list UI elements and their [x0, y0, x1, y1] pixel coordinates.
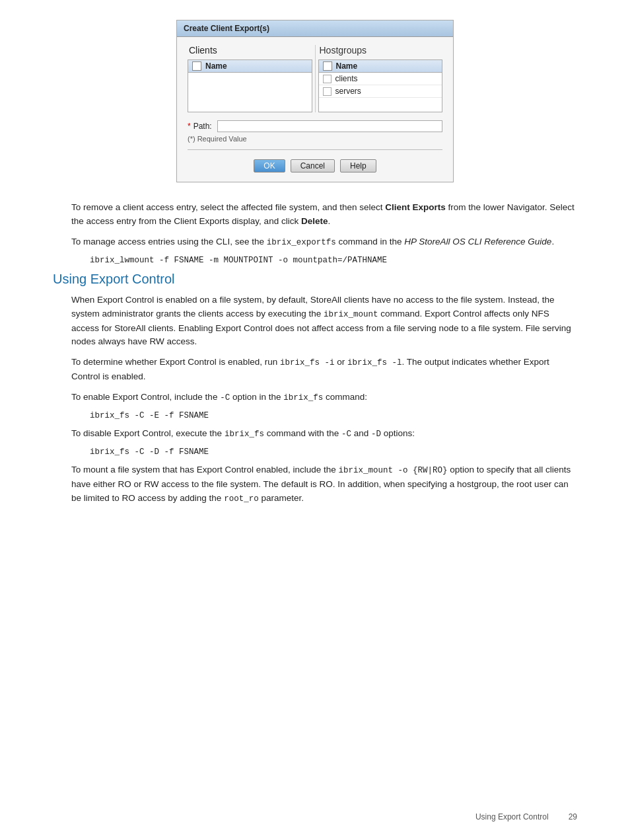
column-divider — [315, 45, 316, 112]
para4-code2: ibrix_fs -l — [347, 358, 402, 367]
para7: To mount a file system that has Export C… — [71, 463, 577, 506]
hostgroups-header-checkbox[interactable] — [323, 61, 332, 71]
para1: To remove a client access entry, select … — [71, 201, 577, 229]
para6-code3: -D — [371, 430, 381, 439]
hostgroups-list[interactable]: Name clients servers — [318, 59, 443, 112]
para3: When Export Control is enabled on a file… — [71, 293, 577, 349]
para7-end: parameter. — [259, 493, 304, 503]
para4-start: To determine whether Export Control is e… — [71, 357, 280, 367]
para6-start: To disable Export Control, execute the — [71, 428, 225, 438]
para5-cont: option in the — [230, 392, 283, 402]
para5-end: command: — [323, 392, 367, 402]
para7-code: ibrix_mount -o {RW|RO} — [338, 466, 447, 475]
para1-bold2: Delete — [301, 216, 328, 226]
required-note: (*) Required Value — [188, 135, 442, 143]
dialog-columns: Clients Name Hostgroups — [188, 45, 442, 112]
clients-list[interactable]: Name — [188, 59, 312, 112]
page-footer: Using Export Control 29 — [475, 812, 577, 821]
para5-code2: ibrix_fs — [283, 393, 323, 402]
clients-header-checkbox[interactable] — [192, 61, 201, 71]
para2-italic: HP StoreAll OS CLI Reference Guide — [404, 237, 551, 247]
servers-item-label: servers — [335, 87, 361, 96]
hostgroups-label: Hostgroups — [318, 45, 443, 56]
section-heading: Using Export Control — [53, 272, 577, 287]
code-block-3: ibrix_fs -C -D -f FSNAME — [90, 447, 577, 457]
hostgroups-col-header: Name — [336, 61, 358, 71]
cancel-button[interactable]: Cancel — [291, 159, 335, 172]
footer-right: 29 — [569, 812, 577, 821]
help-button[interactable]: Help — [340, 159, 376, 172]
para1-bold: Client Exports — [385, 202, 446, 212]
clients-column: Clients Name — [188, 45, 312, 112]
path-input[interactable] — [217, 120, 442, 132]
para6-and: and — [351, 428, 371, 438]
para6-code: ibrix_fs — [225, 430, 264, 439]
para7-code2: root_ro — [224, 494, 259, 504]
para2-cont: command in the — [336, 237, 405, 247]
para2-end: . — [551, 237, 554, 247]
para6-code2: -C — [341, 430, 351, 439]
dialog-body: Clients Name Hostgroups — [177, 37, 453, 182]
para2: To manage access entries using the CLI, … — [71, 235, 577, 249]
servers-item-checkbox[interactable] — [323, 87, 332, 96]
clients-item-label: clients — [335, 74, 358, 83]
para2-start: To manage access entries using the CLI, … — [71, 237, 267, 247]
dialog-title: Create Client Export(s) — [177, 20, 453, 37]
para6-mid: command with the — [264, 428, 341, 438]
para5: To enable Export Control, include the -C… — [71, 391, 577, 404]
para5-start: To enable Export Control, include the — [71, 392, 220, 402]
para3-code: ibrix_mount — [324, 310, 378, 319]
clients-col-header: Name — [205, 61, 227, 71]
para6: To disable Export Control, execute the i… — [71, 427, 577, 441]
create-client-exports-dialog: Create Client Export(s) Clients Name — [176, 20, 454, 182]
dialog-wrapper: Create Client Export(s) Clients Name — [53, 20, 577, 182]
path-asterisk: * — [188, 122, 191, 131]
hostgroups-column: Hostgroups Name clients — [318, 45, 443, 112]
para1-end: . — [328, 216, 330, 226]
clients-list-header: Name — [188, 60, 312, 73]
list-item[interactable]: clients — [319, 73, 442, 85]
dialog-buttons: OK Cancel Help — [188, 155, 442, 175]
clients-label: Clients — [188, 45, 312, 56]
path-row: * Path: — [188, 120, 442, 132]
para6-end: options: — [381, 428, 415, 438]
para1-text: To remove a client access entry, select … — [71, 202, 385, 212]
para4-code1: ibrix_fs -i — [280, 358, 335, 367]
path-label: Path: — [193, 122, 212, 131]
code-block-1: ibrix_lwmount -f FSNAME -m MOUNTPOINT -o… — [90, 256, 577, 265]
ok-button[interactable]: OK — [254, 159, 285, 172]
code-block-2: ibrix_fs -C -E -f FSNAME — [90, 411, 577, 420]
para5-code: -C — [220, 393, 230, 402]
para2-code: ibrix_exportfs — [267, 238, 336, 247]
para4: To determine whether Export Control is e… — [71, 356, 577, 383]
para7-start: To mount a file system that has Export C… — [71, 465, 338, 475]
hostgroups-list-header: Name — [319, 60, 442, 73]
para4-mid: or — [334, 357, 347, 367]
list-item[interactable]: servers — [319, 85, 442, 98]
dialog-separator — [188, 149, 442, 150]
clients-item-checkbox[interactable] — [323, 75, 332, 83]
footer-left: Using Export Control — [475, 812, 549, 821]
